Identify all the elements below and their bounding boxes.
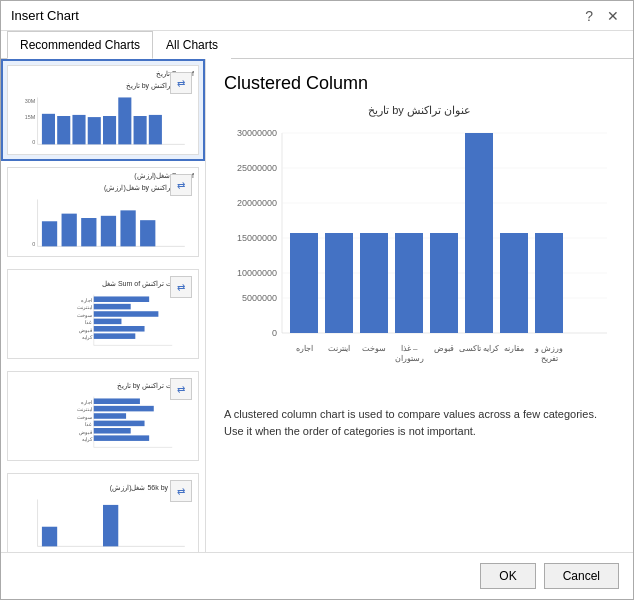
svg-text:25000000: 25000000 <box>237 163 277 173</box>
svg-rect-7 <box>118 97 131 144</box>
svg-text:رستوران: رستوران <box>395 354 424 363</box>
svg-text:0: 0 <box>32 241 35 247</box>
svg-text:کرایه تاکسی: کرایه تاکسی <box>459 344 499 353</box>
svg-text:15M: 15M <box>25 114 36 120</box>
thumb-chart-4: اجاره اینترنت سوخت غذا قبوض کرایه <box>8 392 198 452</box>
svg-rect-75 <box>500 233 528 333</box>
svg-rect-39 <box>94 406 154 412</box>
help-button[interactable]: ? <box>581 9 597 23</box>
svg-text:اجاره: اجاره <box>81 400 92 406</box>
svg-rect-3 <box>57 116 70 144</box>
svg-rect-5 <box>88 117 101 144</box>
svg-text:قبوض: قبوض <box>79 430 93 436</box>
thumb-chart-5 <box>8 494 198 552</box>
svg-rect-24 <box>94 296 149 302</box>
svg-rect-19 <box>120 210 135 246</box>
svg-text:سوخت: سوخت <box>77 313 92 319</box>
chart-heading: عنوان تراکنش by تاریخ <box>224 104 615 117</box>
svg-text:قبوض: قبوض <box>434 344 454 353</box>
svg-text:0: 0 <box>272 328 277 338</box>
svg-text:اجاره: اجاره <box>81 298 92 304</box>
svg-rect-26 <box>94 311 159 317</box>
svg-rect-76 <box>535 233 563 333</box>
svg-rect-53 <box>103 505 118 546</box>
thumb-chart-1: 30M 15M 0 <box>8 92 198 152</box>
svg-text:غذا –: غذا – <box>401 344 418 353</box>
thumb-5-transfer-icon[interactable]: ⇄ <box>170 480 192 502</box>
cancel-button[interactable]: Cancel <box>544 563 619 589</box>
title-bar: Insert Chart ? ✕ <box>1 1 633 31</box>
svg-rect-72 <box>395 233 423 333</box>
svg-rect-9 <box>149 115 162 144</box>
svg-text:مقارنه: مقارنه <box>504 344 524 353</box>
tab-recommended-charts[interactable]: Recommended Charts <box>7 31 153 59</box>
chart-thumb-3[interactable]: ترجیحات تراکنش Sum of شغل اجاره این <box>1 263 205 365</box>
svg-rect-40 <box>94 413 126 419</box>
svg-rect-6 <box>103 116 116 144</box>
svg-rect-8 <box>134 116 147 144</box>
svg-rect-71 <box>360 233 388 333</box>
dialog-footer: OK Cancel <box>1 552 633 599</box>
svg-text:0: 0 <box>32 139 35 145</box>
svg-rect-74 <box>465 133 493 333</box>
svg-rect-73 <box>430 233 458 333</box>
svg-rect-38 <box>94 398 140 404</box>
chart-thumb-5[interactable]: پراکنش 56k by شغل(ارزش) ⇄ <box>1 467 205 552</box>
svg-rect-52 <box>42 527 57 547</box>
svg-rect-43 <box>94 435 149 441</box>
svg-text:30M: 30M <box>25 98 36 104</box>
svg-rect-4 <box>72 115 85 144</box>
svg-text:5000000: 5000000 <box>242 293 277 303</box>
svg-rect-25 <box>94 304 131 310</box>
main-chart-svg: 30000000 25000000 20000000 15000000 1000… <box>224 123 615 393</box>
svg-text:اینترنت: اینترنت <box>77 407 92 413</box>
svg-rect-15 <box>42 221 57 246</box>
svg-rect-17 <box>81 218 96 246</box>
chart-detail-panel: Clustered Column عنوان تراکنش by تاریخ 3… <box>206 59 633 552</box>
svg-rect-27 <box>94 319 122 325</box>
svg-text:کرایه: کرایه <box>82 335 93 341</box>
svg-text:کرایه: کرایه <box>82 437 93 443</box>
chart-thumb-4[interactable]: ترجیحات تراکنش by تاریخ اجاره اینترنت سو… <box>1 365 205 467</box>
svg-text:10000000: 10000000 <box>237 268 277 278</box>
thumb-1-transfer-icon[interactable]: ⇄ <box>170 72 192 94</box>
ok-button[interactable]: OK <box>480 563 535 589</box>
selected-chart-title: Clustered Column <box>224 73 615 94</box>
chart-description: A clustered column chart is used to comp… <box>224 406 615 439</box>
svg-rect-41 <box>94 421 145 427</box>
thumb-2-transfer-icon[interactable]: ⇄ <box>170 174 192 196</box>
thumb-chart-2: 0 <box>8 194 198 254</box>
thumb-chart-3: اجاره اینترنت سوخت غذا قبوض کرایه <box>8 290 198 350</box>
svg-text:اینترنت: اینترنت <box>328 344 350 353</box>
dialog-title: Insert Chart <box>11 8 79 23</box>
insert-chart-dialog: Insert Chart ? ✕ Recommended Charts All … <box>0 0 634 600</box>
close-button[interactable]: ✕ <box>603 9 623 23</box>
thumb-4-transfer-icon[interactable]: ⇄ <box>170 378 192 400</box>
svg-text:تفریح: تفریح <box>541 354 558 363</box>
svg-rect-2 <box>42 114 55 145</box>
svg-rect-42 <box>94 428 131 434</box>
chart-preview-area: عنوان تراکنش by تاریخ 30000000 25000000 … <box>224 104 615 538</box>
tabs-bar: Recommended Charts All Charts <box>1 31 633 59</box>
svg-rect-28 <box>94 326 145 332</box>
chart-thumb-2[interactable]: Sum of شغل(ارزش) عنوان تراکنش by شغل(ارز… <box>1 161 205 263</box>
chart-thumb-1[interactable]: Sum of تاریخ عنوان تراکنش by تاریخ <box>1 59 205 161</box>
tab-all-charts[interactable]: All Charts <box>153 31 231 59</box>
svg-rect-70 <box>325 233 353 333</box>
svg-rect-29 <box>94 333 136 339</box>
svg-rect-16 <box>62 214 77 247</box>
thumb-3-transfer-icon[interactable]: ⇄ <box>170 276 192 298</box>
svg-rect-18 <box>101 216 116 247</box>
svg-text:اینترنت: اینترنت <box>77 305 92 311</box>
svg-text:سوخت: سوخت <box>77 415 92 421</box>
svg-text:15000000: 15000000 <box>237 233 277 243</box>
svg-text:قبوض: قبوض <box>79 328 93 334</box>
svg-text:ورزش و: ورزش و <box>534 344 563 353</box>
svg-text:غذا: غذا <box>85 320 92 325</box>
svg-text:غذا: غذا <box>85 422 92 427</box>
content-area: Sum of تاریخ عنوان تراکنش by تاریخ <box>1 59 633 552</box>
svg-rect-69 <box>290 233 318 333</box>
svg-text:سوخت: سوخت <box>362 344 386 353</box>
svg-text:20000000: 20000000 <box>237 198 277 208</box>
svg-text:30000000: 30000000 <box>237 128 277 138</box>
